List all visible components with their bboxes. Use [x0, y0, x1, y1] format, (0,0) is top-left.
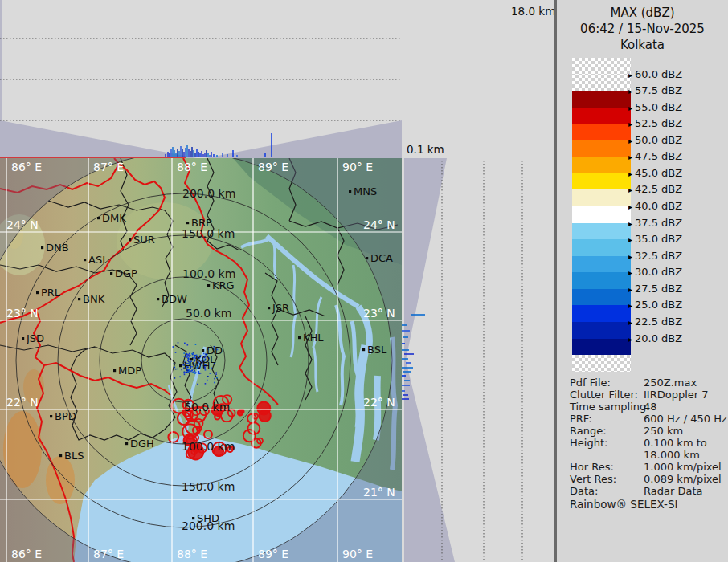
- legend-entry: ▸47.5 dBZ: [628, 150, 725, 162]
- echo-pixel: [187, 344, 189, 346]
- legend-swatch-17: [572, 339, 631, 356]
- echo-pixel: [210, 373, 211, 374]
- radar-app-window: 18.0 km 0.1 km: [0, 0, 728, 562]
- range-ring-label: 150.0 km: [182, 480, 235, 493]
- legend-swatch-18: [572, 355, 631, 372]
- city-dot-BPD: [50, 415, 52, 417]
- legend-swatch-14: [572, 289, 631, 306]
- range-ring-label: 100.0 km: [182, 440, 235, 453]
- echo-pixel: [174, 377, 176, 379]
- legend-entry: ▸50.0 dBZ: [628, 134, 725, 146]
- legend-swatch-15: [572, 305, 631, 322]
- legend-entry: ▸32.5 dBZ: [628, 250, 725, 262]
- city-dot-DGP: [110, 272, 112, 275]
- legend-tick-arrow: ▸: [628, 219, 632, 228]
- info-value: 0.100 km to: [644, 437, 707, 449]
- echo-pixel: [175, 352, 177, 353]
- legend-entry: ▸40.0 dBZ: [628, 200, 725, 212]
- city-dot-BNK: [78, 298, 80, 300]
- legend-swatch-9: [572, 206, 631, 223]
- echo-pixel: [181, 369, 182, 371]
- meridian-label-top: 89° E: [258, 161, 288, 173]
- legend-value-label: 30.0 dBZ: [635, 266, 682, 278]
- city-dot-SHD: [192, 517, 194, 519]
- legend-entry: ▸35.0 dBZ: [628, 233, 725, 245]
- info-value: 18.000 km: [644, 449, 700, 461]
- info-label: PRF:: [570, 413, 592, 425]
- city-dot-DGH: [125, 442, 128, 445]
- city-dot-DCA: [366, 257, 368, 259]
- city-dot-SUR: [129, 238, 131, 241]
- city-label-BNK: BNK: [83, 293, 105, 305]
- legend-entry: ▸42.5 dBZ: [628, 183, 725, 195]
- meridian-label-bottom: 89° E: [258, 548, 288, 560]
- info-row: Height:0.100 km to: [570, 437, 726, 449]
- legend-entry: ▸30.0 dBZ: [628, 266, 725, 278]
- city-label-DGP: DGP: [115, 267, 137, 279]
- legend-tick-arrow: ▸: [628, 335, 632, 344]
- city-label-BRP: BRP: [191, 217, 212, 229]
- legend-tick-arrow: ▸: [628, 202, 632, 211]
- info-row: Pdf File:250Z.max: [570, 377, 726, 389]
- echo-pixel: [214, 382, 215, 384]
- radar-display-area: 18.0 km 0.1 km: [0, 0, 557, 562]
- meridian-label-top: 86° E: [11, 161, 42, 173]
- info-label: Range:: [570, 425, 607, 437]
- city-dot-JSR: [268, 307, 270, 309]
- city-dot-PRL: [36, 291, 39, 294]
- echo-pixel: [215, 372, 217, 373]
- legend-entry: ▸57.5 dBZ: [628, 84, 725, 96]
- meridian-label-top: 88° E: [177, 161, 207, 173]
- echo-pixel: [186, 356, 188, 357]
- echo-pixel: [207, 376, 209, 377]
- legend-value-label: 50.0 dBZ: [635, 134, 682, 146]
- legend-tick-arrow: ▸: [628, 87, 632, 96]
- legend-tick-arrow: ▸: [628, 71, 632, 79]
- legend-tick-arrow: ▸: [628, 104, 632, 112]
- city-dot-DMK: [97, 217, 100, 219]
- info-label: Clutter Filter:: [570, 389, 638, 401]
- legend-entry: ▸45.0 dBZ: [628, 167, 725, 179]
- echo-pixel: [215, 373, 217, 375]
- legend-entry: ▸20.0 dBZ: [628, 332, 725, 344]
- legend-value-label: 32.5 dBZ: [635, 250, 682, 262]
- software-brand: Rainbow® SELEX-SI: [570, 498, 677, 511]
- info-row: Range:250 km: [570, 425, 726, 437]
- meridian-label-top: 87° E: [93, 161, 124, 173]
- city-label-DGH: DGH: [130, 438, 154, 450]
- map-panel[interactable]: 86° E86° E87° E87° E88° E88° E89° E89° E…: [0, 152, 402, 562]
- legend-swatch-0: [572, 58, 631, 75]
- city-dot-HWH: [179, 364, 182, 367]
- city-label-MNS: MNS: [354, 185, 377, 198]
- info-value: Radar Data: [644, 485, 702, 497]
- legend-swatch-3: [572, 108, 631, 124]
- city-dot-JSD: [22, 337, 24, 340]
- legend-value-label: 20.0 dBZ: [635, 332, 682, 344]
- city-label-DCA: DCA: [370, 252, 393, 264]
- echo-pixel: [178, 342, 179, 344]
- echo-pixel: [183, 352, 185, 354]
- legend-value-label: 60.0 dBZ: [635, 68, 682, 80]
- legend-tick-arrow: ▸: [628, 318, 632, 327]
- echo-pixel: [190, 355, 191, 356]
- legend-tick-arrow: ▸: [628, 285, 632, 294]
- city-label-PRL: PRL: [41, 287, 61, 299]
- city-label-BLS: BLS: [64, 450, 84, 462]
- legend-swatch-6: [572, 157, 631, 173]
- info-label: Time sampling:: [570, 401, 650, 413]
- echo-pixel: [200, 373, 202, 374]
- legend-entry: ▸52.5 dBZ: [628, 117, 725, 129]
- city-label-SUR: SUR: [133, 234, 155, 246]
- legend-info-panel: MAX (dBZ) 06:42 / 15-Nov-2025 Kolkata ▸6…: [557, 0, 728, 562]
- parallel-label-left: 23° N: [6, 307, 39, 320]
- parallel-label-right: 22° N: [363, 396, 395, 409]
- range-ring-label: 100.0 km: [182, 267, 235, 280]
- city-dot-KHL: [298, 336, 301, 339]
- parallel-label-left: 24° N: [6, 218, 39, 231]
- height-axis-origin-label: 0.1 km: [407, 143, 444, 156]
- legend-tick-arrow: ▸: [628, 252, 632, 261]
- product-timestamp: 06:42 / 15-Nov-2025: [557, 21, 728, 37]
- legend-value-label: 52.5 dBZ: [635, 117, 682, 129]
- meridian-label-bottom: 87° E: [93, 548, 124, 560]
- echo-pixel: [211, 368, 212, 369]
